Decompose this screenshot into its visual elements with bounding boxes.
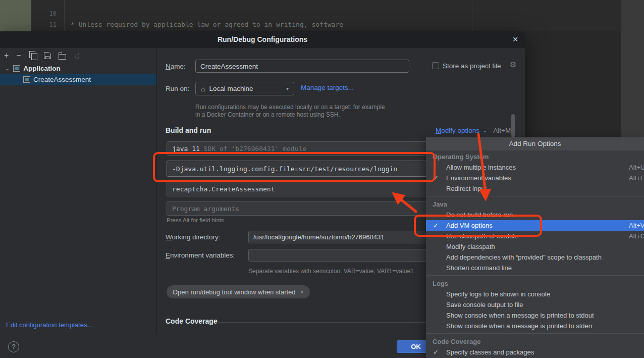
environment-variables-label: Environment variables: bbox=[166, 250, 235, 261]
tag-close-icon[interactable]: × bbox=[300, 288, 304, 296]
menu-item-do-not-build-before-run[interactable]: Do not build before run bbox=[426, 210, 644, 220]
check-icon: ✓ bbox=[433, 347, 439, 357]
menu-item-shorten-command-line[interactable]: Shorten command line bbox=[426, 263, 644, 273]
menu-section-java: Java bbox=[426, 199, 644, 210]
chevron-down-icon[interactable]: ⌄ bbox=[5, 65, 10, 72]
tag-label: Open run/debug tool window when started bbox=[173, 288, 296, 296]
tree-item-label: Application bbox=[23, 65, 61, 72]
jre-hint: SDK of 'b276960431' module bbox=[200, 145, 306, 152]
run-on-value: Local machine bbox=[209, 85, 253, 92]
menu-separator bbox=[426, 194, 644, 199]
menu-item-show-console-stderr[interactable]: Show console when a message is printed t… bbox=[426, 321, 644, 331]
new-folder-icon[interactable] bbox=[59, 54, 66, 60]
check-icon: ✓ bbox=[433, 173, 439, 183]
menu-title: Add Run Options bbox=[426, 137, 644, 150]
run-on-dropdown[interactable]: ⌂ Local machine ▾ bbox=[195, 82, 294, 95]
name-label: Name: bbox=[166, 62, 186, 72]
shortcut: Alt+U bbox=[629, 162, 644, 173]
configurations-toolbar: + − ↓az bbox=[4, 50, 79, 61]
tree-item-createassessment[interactable]: CreateAssessment bbox=[0, 74, 156, 85]
menu-item-save-console-output[interactable]: Save console output to file bbox=[426, 299, 644, 310]
menu-item-add-vm-options[interactable]: ✓Add VM optionsAlt+V bbox=[426, 220, 644, 231]
help-button[interactable]: ? bbox=[8, 341, 19, 352]
dialog-titlebar: Run/Debug Configurations ✕ bbox=[0, 31, 525, 48]
code-coverage-header: Code Coverage bbox=[166, 317, 218, 325]
save-icon[interactable] bbox=[44, 52, 51, 59]
menu-section-operating-system: Operating System bbox=[426, 151, 644, 162]
menu-separator bbox=[426, 331, 644, 336]
open-run-debug-tag[interactable]: Open run/debug tool window when started … bbox=[167, 285, 310, 298]
menu-item-specify-classes-and-packages[interactable]: ✓Specify classes and packages bbox=[426, 347, 644, 357]
manage-targets-link[interactable]: Manage targets... bbox=[301, 84, 354, 91]
menu-item-show-console-stdout[interactable]: Show console when a message is printed t… bbox=[426, 310, 644, 321]
copy-icon[interactable] bbox=[31, 53, 36, 59]
shortcut: Alt+V bbox=[629, 220, 644, 231]
run-on-description-line1: Run configurations may be executed local… bbox=[195, 104, 385, 111]
sort-alphabetically-icon[interactable]: ↓az bbox=[74, 52, 79, 60]
gear-icon[interactable]: ⚙ bbox=[510, 60, 516, 69]
run-on-label: Run on: bbox=[166, 84, 189, 94]
add-run-options-menu: Add Run Options Operating System Allow m… bbox=[426, 137, 644, 358]
panel-divider bbox=[156, 48, 157, 334]
tree-item-label: CreateAssessment bbox=[33, 76, 91, 83]
menu-section-code-coverage: Code Coverage bbox=[426, 336, 644, 347]
jre-value: java 11 bbox=[172, 145, 200, 152]
shortcut: Alt+C bbox=[629, 231, 644, 241]
gutter-separator bbox=[64, 0, 65, 31]
shortcut: Alt+E bbox=[629, 173, 644, 183]
modify-options-shortcut: Alt+M bbox=[493, 127, 511, 134]
editor-right-panel bbox=[621, 0, 644, 137]
menu-item-specify-logs[interactable]: Specify logs to be shown in console bbox=[426, 289, 644, 299]
menu-item-add-dependencies-provided[interactable]: Add dependencies with “provided” scope t… bbox=[426, 252, 644, 263]
remove-icon[interactable]: − bbox=[16, 50, 21, 61]
application-icon bbox=[13, 65, 20, 72]
code-line: 12 * WITHOUT WARRANTIES OR CONDITIONS OF… bbox=[0, 19, 644, 30]
store-as-project-file-label: Store as project file bbox=[443, 61, 501, 71]
environment-variables-hint: Separate variables with semicolon: VAR=v… bbox=[248, 268, 414, 275]
menu-item-modify-classpath[interactable]: Modify classpath bbox=[426, 241, 644, 252]
home-icon: ⌂ bbox=[201, 85, 205, 93]
code-editor: 10 * Unless required by applicable law o… bbox=[0, 0, 644, 31]
menu-section-logs: Logs bbox=[426, 278, 644, 289]
field-hint: Press Alt for field hints bbox=[167, 217, 224, 223]
chevron-down-icon: ⌄ bbox=[482, 127, 487, 134]
run-on-description-line2: in a Docker Container or on a remote hos… bbox=[195, 111, 340, 119]
right-margin-guide bbox=[472, 0, 472, 31]
modify-options-control: Modify options ⌄ Alt+M bbox=[436, 127, 511, 134]
working-directory-label: Working directory: bbox=[166, 232, 221, 242]
tree-item-application[interactable]: ⌄ Application bbox=[0, 63, 156, 74]
menu-item-environment-variables[interactable]: ✓Environment variablesAlt+E bbox=[426, 173, 644, 183]
menu-item-allow-multiple-instances[interactable]: Allow multiple instancesAlt+U bbox=[426, 162, 644, 173]
check-icon: ✓ bbox=[433, 220, 439, 231]
name-input[interactable]: CreateAssessment bbox=[195, 60, 409, 73]
menu-body: Operating System Allow multiple instance… bbox=[426, 151, 644, 357]
add-icon[interactable]: + bbox=[4, 50, 9, 61]
dropdown-arrow-icon: ▾ bbox=[286, 86, 289, 91]
edit-configuration-templates-link[interactable]: Edit configuration templates... bbox=[6, 321, 92, 329]
application-icon bbox=[23, 76, 30, 83]
code-line: 11 * distributed under the License is di… bbox=[0, 8, 644, 19]
store-as-project-file-checkbox[interactable] bbox=[432, 62, 439, 69]
menu-separator bbox=[426, 273, 644, 278]
close-icon[interactable]: ✕ bbox=[512, 31, 518, 48]
dialog-scrollbar-thumb[interactable] bbox=[511, 114, 515, 137]
modify-options-link[interactable]: Modify options bbox=[436, 127, 479, 134]
menu-item-use-classpath-of-module[interactable]: Use classpath of moduleAlt+C bbox=[426, 231, 644, 241]
menu-item-redirect-input[interactable]: Redirect input bbox=[426, 183, 644, 194]
build-and-run-header: Build and run bbox=[166, 126, 211, 134]
code-line: 10 * Unless required by applicable law o… bbox=[0, 0, 644, 8]
dialog-title: Run/Debug Configurations bbox=[0, 31, 525, 48]
